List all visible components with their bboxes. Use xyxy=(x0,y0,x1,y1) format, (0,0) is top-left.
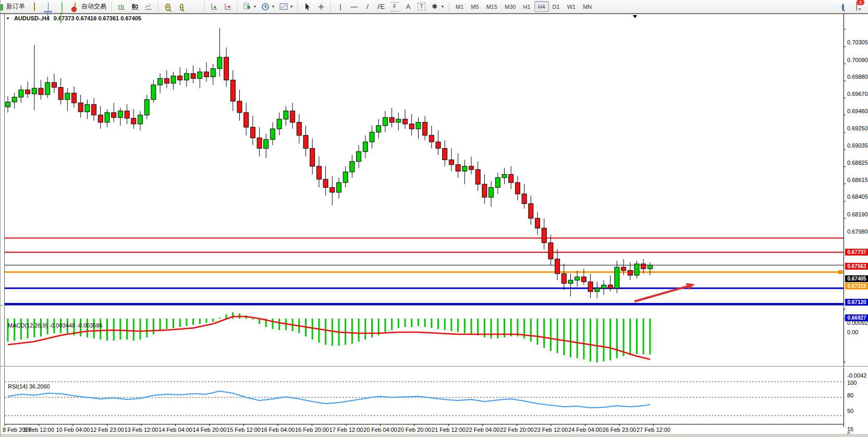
candle-body xyxy=(310,149,315,166)
text-tool-button[interactable]: A xyxy=(402,1,414,12)
zoom-out-icon: - xyxy=(177,3,186,11)
candle-body xyxy=(588,282,593,292)
horizontal-price-lines xyxy=(5,238,843,304)
signals-button[interactable] xyxy=(55,1,68,12)
periods-button[interactable]: ▾ xyxy=(259,1,276,12)
new-chart-button[interactable] xyxy=(28,1,41,12)
channel-tool-button[interactable]: ⫽E xyxy=(375,1,387,12)
autotrading-button[interactable]: 自动交易 xyxy=(69,1,108,12)
macd-bar xyxy=(166,319,167,329)
macd-bar xyxy=(550,319,552,351)
chart-shift-button[interactable] xyxy=(222,1,234,12)
macd-axis-label: -0.0042 xyxy=(847,372,866,379)
price-chart-canvas[interactable] xyxy=(1,14,868,437)
candle-body xyxy=(641,264,646,269)
timeframe-button-w1[interactable]: W1 xyxy=(564,1,580,12)
candle-body xyxy=(522,194,527,204)
macd-bar xyxy=(557,319,558,353)
macd-bar xyxy=(199,319,201,324)
fibonacci-icon: F xyxy=(390,2,399,11)
candle-body xyxy=(211,69,215,77)
macd-bar xyxy=(537,319,539,345)
label-tool-button[interactable]: T xyxy=(415,1,427,12)
time-axis-label: 16 Feb 04:00 xyxy=(261,427,295,433)
bar-chart-button[interactable] xyxy=(115,1,128,12)
candle-body xyxy=(125,111,129,118)
notification-badge: 1 xyxy=(857,0,864,5)
candle-body xyxy=(138,115,143,124)
timeframe-button-m5[interactable]: M5 xyxy=(467,1,482,12)
candle-body xyxy=(443,149,447,160)
candle-body xyxy=(568,280,573,283)
candle-body xyxy=(389,117,394,122)
macd-histogram xyxy=(7,312,651,362)
chart-area[interactable]: ▼ AUDUSD-,H4 0.67373 0.67416 0.67361 0.6… xyxy=(1,14,868,437)
templates-button[interactable]: ▾ xyxy=(277,1,295,12)
candle-body xyxy=(105,113,109,123)
autotrading-icon xyxy=(71,3,79,11)
crosshair-button[interactable] xyxy=(315,1,327,12)
chart-dropdown-icon[interactable]: ▼ xyxy=(6,16,10,21)
candle-body xyxy=(561,274,566,284)
timeframe-button-mn[interactable]: MN xyxy=(579,1,595,12)
macd-bar xyxy=(325,319,326,345)
toolbar-grip xyxy=(447,2,451,11)
candle-body xyxy=(515,183,520,194)
clock-icon xyxy=(261,3,270,11)
macd-bar xyxy=(226,314,227,319)
candle-body xyxy=(19,90,23,97)
tile-windows-button[interactable] xyxy=(189,1,201,12)
new-order-button[interactable]: 新订单 xyxy=(4,1,27,12)
macd-bar xyxy=(146,319,148,337)
timeframe-button-m15[interactable]: M15 xyxy=(483,1,501,12)
time-axis-label: 14 Feb 20:00 xyxy=(193,427,227,433)
fibonacci-tool-button[interactable]: F xyxy=(388,1,401,12)
timeframe-button-m30[interactable]: M30 xyxy=(501,1,519,12)
candle-body xyxy=(45,82,50,94)
macd-bar xyxy=(405,319,406,327)
timeframe-button-d1[interactable]: D1 xyxy=(549,1,564,12)
macd-bar xyxy=(160,319,161,331)
candle-body xyxy=(144,100,149,115)
chart-ohlc-values: 0.67373 0.67416 0.67361 0.67405 xyxy=(54,15,141,21)
macd-bar xyxy=(278,319,280,330)
horizontal-line-tool-button[interactable]: — xyxy=(348,1,360,12)
toolbar-grip xyxy=(329,2,333,11)
candle-body xyxy=(72,93,77,103)
timeframe-button-h1[interactable]: H1 xyxy=(519,1,534,12)
candle-body xyxy=(548,243,553,259)
cursor-button[interactable] xyxy=(301,1,314,12)
timeframe-button-m1[interactable]: M1 xyxy=(452,1,467,12)
candle-body xyxy=(58,88,63,100)
candle-body xyxy=(264,139,268,148)
candle-body xyxy=(78,103,83,112)
candlestick-chart-icon xyxy=(131,3,139,11)
shapes-button[interactable]: ✱▾ xyxy=(429,1,446,12)
zoom-out-button[interactable]: - xyxy=(175,1,188,12)
price-axis-label: 0.70305 xyxy=(847,39,868,45)
price-tag-0.67563: 0.67563 xyxy=(845,263,868,270)
trendline-tool-button[interactable]: / xyxy=(361,1,374,12)
macd-bar xyxy=(20,319,22,339)
profiles-button[interactable] xyxy=(42,1,54,12)
macd-bar xyxy=(596,319,598,362)
search-icon[interactable] xyxy=(839,3,847,11)
candle-body xyxy=(284,111,288,119)
main-toolbar: 新订单 自动交易 + - ▾ ▾ ▾ | — / ⫽E F A T ✱ xyxy=(1,0,868,14)
chat-icon[interactable]: 1 xyxy=(852,3,861,11)
macd-bar xyxy=(119,319,121,339)
timeframe-button-h4[interactable]: H4 xyxy=(534,1,549,12)
candle-body xyxy=(85,104,90,112)
vertical-line-tool-button[interactable]: | xyxy=(334,1,347,12)
line-chart-button[interactable] xyxy=(142,1,155,12)
price-axis-label: 0.69035 xyxy=(847,142,868,149)
time-axis-label: 23 Feb 12:00 xyxy=(534,427,568,433)
candlestick-chart-button[interactable] xyxy=(129,1,141,12)
macd-bar xyxy=(259,319,260,324)
price-axis-label: 0.69460 xyxy=(847,108,868,114)
auto-scroll-button[interactable] xyxy=(208,1,221,12)
zoom-in-button[interactable]: + xyxy=(162,1,174,12)
indicators-button[interactable]: ▾ xyxy=(241,1,258,12)
time-axis-label: 22 Feb 20:00 xyxy=(500,427,534,433)
candle-body xyxy=(509,174,514,183)
